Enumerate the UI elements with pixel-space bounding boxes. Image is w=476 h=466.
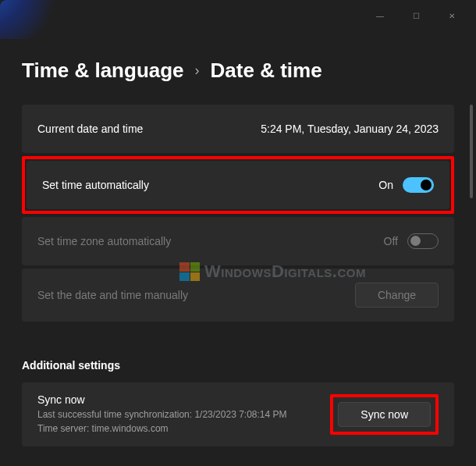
set-timezone-auto-state: Off — [384, 235, 398, 247]
set-timezone-auto-row: Set time zone automatically Off — [22, 217, 454, 265]
maximize-button[interactable]: ☐ — [398, 3, 434, 28]
set-timezone-auto-toggle — [407, 233, 439, 249]
sync-now-row: Sync now Last successful time synchroniz… — [22, 382, 454, 446]
titlebar: — ☐ ✕ — [0, 0, 476, 31]
close-button[interactable]: ✕ — [434, 3, 470, 28]
sync-now-button[interactable]: Sync now — [338, 402, 431, 427]
breadcrumb: Time & language › Date & time — [22, 59, 454, 83]
sync-server: Time server: time.windows.com — [37, 422, 287, 436]
current-datetime-row: Current date and time 5:24 PM, Tuesday, … — [22, 105, 454, 153]
chevron-right-icon: › — [195, 62, 200, 79]
set-time-auto-row[interactable]: Set time automatically On — [27, 161, 449, 209]
current-datetime-label: Current date and time — [37, 123, 143, 135]
set-timezone-auto-label: Set time zone automatically — [37, 235, 171, 247]
current-datetime-value: 5:24 PM, Tuesday, January 24, 2023 — [261, 123, 439, 135]
change-button: Change — [355, 283, 439, 308]
additional-settings-title: Additional settings — [22, 359, 454, 372]
corner-decoration — [0, 0, 70, 39]
breadcrumb-parent[interactable]: Time & language — [22, 59, 184, 83]
scrollbar[interactable] — [470, 105, 473, 198]
set-time-auto-state: On — [378, 179, 393, 191]
page-title: Date & time — [211, 59, 322, 83]
highlight-annotation: Sync now — [330, 394, 439, 435]
set-time-auto-toggle[interactable] — [403, 177, 434, 193]
set-time-auto-label: Set time automatically — [42, 179, 149, 191]
sync-last-sync: Last successful time synchronization: 1/… — [37, 407, 287, 422]
set-manual-row: Set the date and time manually Change — [22, 269, 454, 322]
minimize-button[interactable]: — — [362, 3, 398, 28]
set-manual-label: Set the date and time manually — [37, 289, 188, 301]
sync-now-label: Sync now — [37, 393, 287, 406]
highlight-annotation: Set time automatically On — [22, 156, 454, 214]
